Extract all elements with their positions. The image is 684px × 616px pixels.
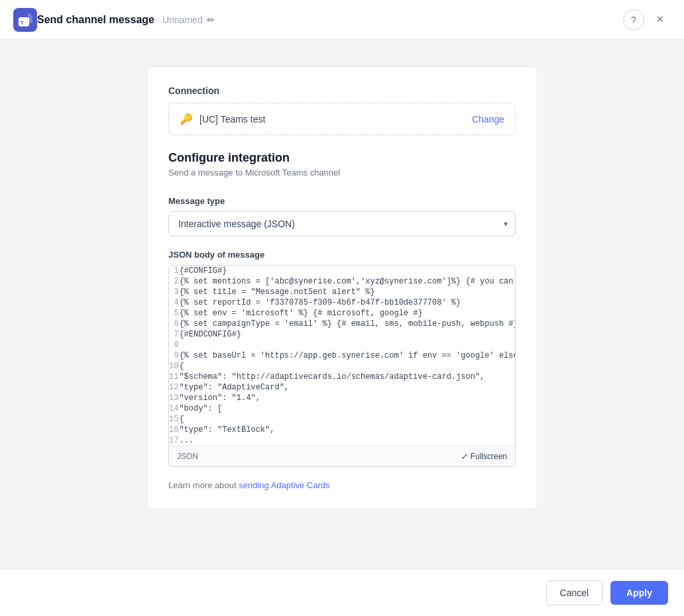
connection-label: Connection [168,85,516,96]
key-icon: 🔑 [180,113,193,125]
line-code: {% set reportId = 'f3370785-f309-4b6f-b4… [179,297,515,308]
header: T Send channel message Unnamed ✏ ? × [0,0,684,40]
teams-logo: T [13,8,37,32]
line-number: 11 [169,372,179,382]
code-line: 13 "version": "1.4", [169,393,515,403]
line-number: 5 [169,308,179,319]
line-code: ... [179,435,515,446]
code-line: 1 {#CONFIG#} [169,266,515,276]
line-code: {% set campaignType = 'email' %} {# emai… [179,319,515,329]
code-line: 7 {#ENDCONFIG#} [169,329,515,340]
line-number: 4 [169,297,179,308]
edit-icon[interactable]: ✏ [207,15,215,25]
json-body-label: JSON body of message [168,250,516,260]
json-editor-body[interactable]: 1 {#CONFIG#} 2 {% set mentions = ['abc@s… [169,266,515,446]
learn-more: Learn more about sending Adaptive Cards [168,480,516,490]
line-number: 14 [169,403,179,414]
line-number: 17 [169,435,179,446]
line-number: 12 [169,382,179,393]
line-number: 2 [169,276,179,287]
svg-text:T: T [21,20,24,26]
configure-subtitle: Send a message to Microsoft Teams channe… [168,168,516,178]
change-button[interactable]: Change [472,114,504,125]
line-number: 16 [169,425,179,435]
line-number: 7 [169,329,179,340]
line-code: { [179,361,515,372]
line-code: {#ENDCONFIG#} [179,329,515,340]
code-line: 4 {% set reportId = 'f3370785-f309-4b6f-… [169,297,515,308]
footer: Cancel Apply [0,569,684,616]
line-number: 6 [169,319,179,329]
code-line: 15 { [169,414,515,425]
adaptive-cards-link[interactable]: sending Adaptive Cards [239,480,329,490]
code-line: 8 [169,340,515,350]
line-code: {% set mentions = ['abc@synerise.com','x… [179,276,515,287]
line-code: { [179,414,515,425]
code-line: 10 { [169,361,515,372]
header-subtitle: Unnamed [162,15,203,25]
json-editor-footer: JSON ⤢ Fullscreen [169,446,515,466]
message-type-section: Message type Interactive message (JSON) … [168,196,516,236]
code-line: 12 "type": "AdaptiveCard", [169,382,515,393]
code-line: 9 {% set baseUrl = 'https://app.geb.syne… [169,350,515,361]
connection-name: [UC] Teams test [200,114,472,125]
apply-button[interactable]: Apply [610,581,668,605]
code-line: 11 "$schema": "http://adaptivecards.io/s… [169,372,515,382]
cancel-button[interactable]: Cancel [546,580,603,605]
svg-point-1 [28,13,31,17]
line-number: 9 [169,350,179,361]
line-number: 15 [169,414,179,425]
config-panel: Connection 🔑 [UC] Teams test Change Conf… [146,66,538,509]
code-line: 5 {% set env = 'microsoft' %} {# microso… [169,308,515,319]
json-body-section: JSON body of message 1 {#CONFIG#} 2 {% s… [168,250,516,467]
main-content: Connection 🔑 [UC] Teams test Change Conf… [0,40,684,569]
footer-lang: JSON [177,452,198,461]
close-button[interactable]: × [650,9,671,30]
message-type-select[interactable]: Interactive message (JSON) [168,211,516,236]
configure-title: Configure integration [168,151,516,165]
line-code [179,340,515,350]
line-number: 3 [169,287,179,297]
line-code: {% set env = 'microsoft' %} {# microsoft… [179,308,515,319]
line-number: 1 [169,266,179,276]
fullscreen-icon: ⤢ [461,452,468,461]
fullscreen-button[interactable]: ⤢ Fullscreen [461,452,507,461]
line-code: "$schema": "http://adaptivecards.io/sche… [179,372,515,382]
line-number: 10 [169,361,179,372]
code-line: 3 {% set title = "Message.notSent alert"… [169,287,515,297]
line-code: {#CONFIG#} [179,266,515,276]
line-code: "type": "TextBlock", [179,425,515,435]
line-number: 13 [169,393,179,403]
code-line: 2 {% set mentions = ['abc@synerise.com',… [169,276,515,287]
code-line: 17 ... [169,435,515,446]
code-line: 16 "type": "TextBlock", [169,425,515,435]
line-code: "type": "AdaptiveCard", [179,382,515,393]
line-number: 8 [169,340,179,350]
page-title: Send channel message [37,14,154,26]
line-code: "body": [ [179,403,515,414]
line-code: {% set baseUrl = 'https://app.geb.syneri… [179,350,515,361]
message-type-wrapper: Interactive message (JSON) ▾ [168,211,516,236]
line-code: "version": "1.4", [179,393,515,403]
json-editor: 1 {#CONFIG#} 2 {% set mentions = ['abc@s… [168,265,516,467]
help-button[interactable]: ? [623,9,644,30]
code-line: 6 {% set campaignType = 'email' %} {# em… [169,319,515,329]
line-code: {% set title = "Message.notSent alert" %… [179,287,515,297]
connection-box: 🔑 [UC] Teams test Change [168,103,516,135]
code-table: 1 {#CONFIG#} 2 {% set mentions = ['abc@s… [169,266,515,446]
code-line: 14 "body": [ [169,403,515,414]
message-type-label: Message type [168,196,516,206]
